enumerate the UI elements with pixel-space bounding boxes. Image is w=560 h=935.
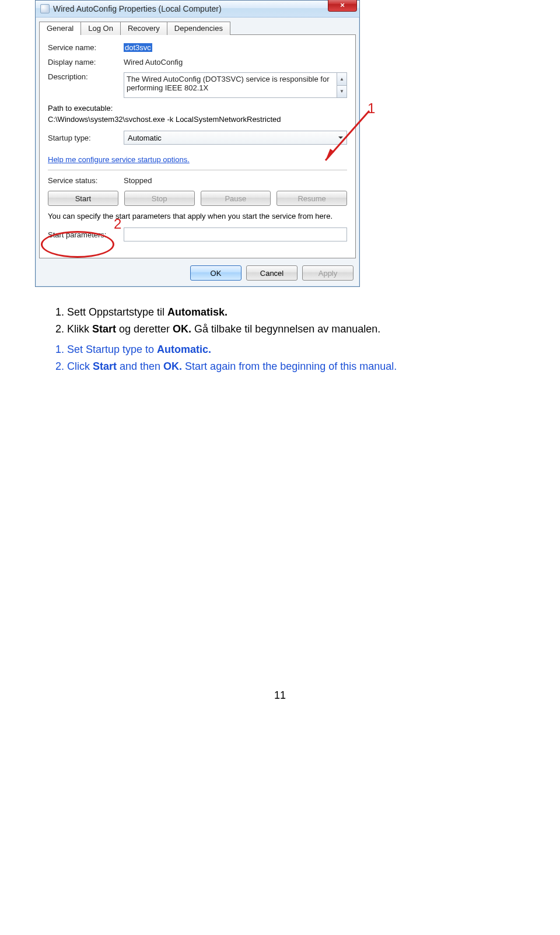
close-icon: × <box>340 1 345 9</box>
instruction-en-1: Set Startup type to Automatic. <box>67 342 525 358</box>
help-link[interactable]: Help me configure service startup option… <box>48 155 190 164</box>
service-button-row: Start Stop Pause Resume <box>48 191 347 206</box>
titlebar[interactable]: Wired AutoConfig Properties (Local Compu… <box>36 1 359 17</box>
tab-general[interactable]: General <box>39 22 81 35</box>
tab-body: Service name: dot3svc Display name: Wire… <box>39 34 356 258</box>
start-params-input[interactable] <box>124 227 347 241</box>
label-path: Path to executable: <box>48 104 347 113</box>
desc-scroll-up[interactable]: ▲ <box>337 73 346 85</box>
description-field[interactable]: The Wired AutoConfig (DOT3SVC) service i… <box>124 72 337 98</box>
instruction-en-2: Click Start and then OK. Start again fro… <box>67 359 525 374</box>
window-title: Wired AutoConfig Properties (Local Compu… <box>53 4 222 13</box>
tab-dependencies[interactable]: Dependencies <box>167 22 230 35</box>
value-service-name: dot3svc <box>124 43 152 52</box>
page-number: 11 <box>35 689 525 702</box>
window-icon <box>40 4 50 13</box>
label-service-name: Service name: <box>48 43 124 52</box>
label-display-name: Display name: <box>48 58 124 66</box>
dialog-button-row: OK Cancel Apply <box>36 262 359 286</box>
annotation-1-arrow <box>314 105 384 175</box>
start-button[interactable]: Start <box>48 191 118 206</box>
cancel-button[interactable]: Cancel <box>246 265 298 281</box>
annotation-2-label: 2 <box>114 216 121 232</box>
label-startup-type: Startup type: <box>48 134 124 142</box>
divider <box>48 170 347 170</box>
instructions: Sett Oppstartstype til Automatisk. Klikk… <box>35 304 525 374</box>
value-service-status: Stopped <box>124 176 347 185</box>
label-description: Description: <box>48 72 124 81</box>
tabstrip: General Log On Recovery Dependencies <box>36 17 359 34</box>
params-hint: You can specify the start parameters tha… <box>48 212 347 220</box>
tab-recovery[interactable]: Recovery <box>120 22 167 35</box>
value-display-name: Wired AutoConfig <box>124 58 347 66</box>
desc-scroll-down[interactable]: ▼ <box>337 85 346 98</box>
tab-logon[interactable]: Log On <box>80 22 121 35</box>
instruction-no-1: Sett Oppstartstype til Automatisk. <box>67 304 525 320</box>
value-path: C:\Windows\system32\svchost.exe -k Local… <box>48 115 347 124</box>
pause-button[interactable]: Pause <box>201 191 271 206</box>
resume-button[interactable]: Resume <box>276 191 347 206</box>
startup-type-value: Automatic <box>128 134 162 142</box>
apply-button[interactable]: Apply <box>302 265 354 281</box>
annotation-2-circle <box>41 231 114 258</box>
ok-button[interactable]: OK <box>190 265 242 281</box>
close-button[interactable]: × <box>328 0 357 12</box>
svg-marker-1 <box>326 149 334 160</box>
instruction-no-2: Klikk Start og deretter OK. Gå tilbake t… <box>67 321 525 337</box>
stop-button[interactable]: Stop <box>124 191 195 206</box>
label-service-status: Service status: <box>48 176 124 185</box>
